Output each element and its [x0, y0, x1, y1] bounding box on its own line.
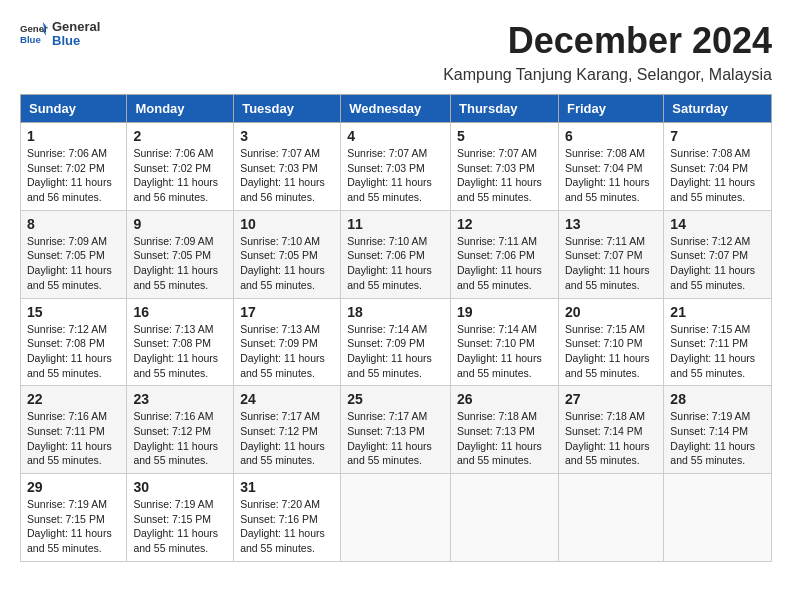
sunset-time: Sunset: 7:03 PM — [347, 162, 425, 174]
day-number: 8 — [27, 216, 120, 232]
day-info: Sunrise: 7:09 AMSunset: 7:05 PMDaylight:… — [133, 234, 227, 293]
daylight-hours: Daylight: 11 hours and 55 minutes. — [240, 440, 325, 467]
daylight-hours: Daylight: 11 hours and 56 minutes. — [240, 176, 325, 203]
day-number: 27 — [565, 391, 657, 407]
calendar-cell: 25Sunrise: 7:17 AMSunset: 7:13 PMDayligh… — [341, 386, 451, 474]
calendar-cell: 28Sunrise: 7:19 AMSunset: 7:14 PMDayligh… — [664, 386, 772, 474]
daylight-hours: Daylight: 11 hours and 55 minutes. — [347, 264, 432, 291]
logo-icon: General Blue — [20, 20, 48, 48]
sunrise-time: Sunrise: 7:18 AM — [565, 410, 645, 422]
page-header: General Blue General Blue December 2024 — [20, 20, 772, 62]
sunrise-time: Sunrise: 7:19 AM — [27, 498, 107, 510]
calendar-week-2: 8Sunrise: 7:09 AMSunset: 7:05 PMDaylight… — [21, 210, 772, 298]
daylight-hours: Daylight: 11 hours and 55 minutes. — [27, 352, 112, 379]
daylight-hours: Daylight: 11 hours and 55 minutes. — [670, 352, 755, 379]
day-number: 3 — [240, 128, 334, 144]
sunset-time: Sunset: 7:13 PM — [347, 425, 425, 437]
daylight-hours: Daylight: 11 hours and 55 minutes. — [27, 440, 112, 467]
sunrise-time: Sunrise: 7:06 AM — [27, 147, 107, 159]
daylight-hours: Daylight: 11 hours and 55 minutes. — [133, 527, 218, 554]
daylight-hours: Daylight: 11 hours and 55 minutes. — [670, 440, 755, 467]
calendar-cell: 20Sunrise: 7:15 AMSunset: 7:10 PMDayligh… — [558, 298, 663, 386]
sunrise-time: Sunrise: 7:17 AM — [240, 410, 320, 422]
daylight-hours: Daylight: 11 hours and 55 minutes. — [27, 264, 112, 291]
sunset-time: Sunset: 7:14 PM — [670, 425, 748, 437]
day-info: Sunrise: 7:10 AMSunset: 7:06 PMDaylight:… — [347, 234, 444, 293]
day-info: Sunrise: 7:12 AMSunset: 7:08 PMDaylight:… — [27, 322, 120, 381]
sunset-time: Sunset: 7:04 PM — [670, 162, 748, 174]
logo-blue: Blue — [52, 34, 100, 48]
day-number: 18 — [347, 304, 444, 320]
calendar-cell — [451, 474, 559, 562]
calendar-cell: 27Sunrise: 7:18 AMSunset: 7:14 PMDayligh… — [558, 386, 663, 474]
sunset-time: Sunset: 7:10 PM — [565, 337, 643, 349]
sunrise-time: Sunrise: 7:09 AM — [133, 235, 213, 247]
calendar-cell: 17Sunrise: 7:13 AMSunset: 7:09 PMDayligh… — [234, 298, 341, 386]
day-info: Sunrise: 7:17 AMSunset: 7:13 PMDaylight:… — [347, 409, 444, 468]
sunrise-time: Sunrise: 7:15 AM — [565, 323, 645, 335]
logo: General Blue General Blue — [20, 20, 100, 49]
calendar-cell: 5Sunrise: 7:07 AMSunset: 7:03 PMDaylight… — [451, 123, 559, 211]
sunset-time: Sunset: 7:09 PM — [240, 337, 318, 349]
sunset-time: Sunset: 7:08 PM — [133, 337, 211, 349]
day-number: 7 — [670, 128, 765, 144]
day-number: 20 — [565, 304, 657, 320]
sunrise-time: Sunrise: 7:13 AM — [240, 323, 320, 335]
sunrise-time: Sunrise: 7:07 AM — [240, 147, 320, 159]
calendar-cell: 11Sunrise: 7:10 AMSunset: 7:06 PMDayligh… — [341, 210, 451, 298]
day-info: Sunrise: 7:06 AMSunset: 7:02 PMDaylight:… — [133, 146, 227, 205]
calendar-week-1: 1Sunrise: 7:06 AMSunset: 7:02 PMDaylight… — [21, 123, 772, 211]
sunrise-time: Sunrise: 7:11 AM — [565, 235, 645, 247]
calendar-cell: 8Sunrise: 7:09 AMSunset: 7:05 PMDaylight… — [21, 210, 127, 298]
sunrise-time: Sunrise: 7:06 AM — [133, 147, 213, 159]
day-number: 26 — [457, 391, 552, 407]
sunset-time: Sunset: 7:02 PM — [27, 162, 105, 174]
calendar-week-5: 29Sunrise: 7:19 AMSunset: 7:15 PMDayligh… — [21, 474, 772, 562]
daylight-hours: Daylight: 11 hours and 56 minutes. — [27, 176, 112, 203]
logo-general: General — [52, 20, 100, 34]
sunrise-time: Sunrise: 7:12 AM — [27, 323, 107, 335]
sunset-time: Sunset: 7:05 PM — [27, 249, 105, 261]
sunrise-time: Sunrise: 7:11 AM — [457, 235, 537, 247]
sunset-time: Sunset: 7:11 PM — [27, 425, 105, 437]
sunset-time: Sunset: 7:15 PM — [133, 513, 211, 525]
sunset-time: Sunset: 7:11 PM — [670, 337, 748, 349]
calendar-cell — [341, 474, 451, 562]
calendar-header-row: SundayMondayTuesdayWednesdayThursdayFrid… — [21, 95, 772, 123]
daylight-hours: Daylight: 11 hours and 55 minutes. — [133, 352, 218, 379]
day-info: Sunrise: 7:19 AMSunset: 7:15 PMDaylight:… — [27, 497, 120, 556]
day-info: Sunrise: 7:15 AMSunset: 7:11 PMDaylight:… — [670, 322, 765, 381]
calendar-cell: 3Sunrise: 7:07 AMSunset: 7:03 PMDaylight… — [234, 123, 341, 211]
day-info: Sunrise: 7:19 AMSunset: 7:14 PMDaylight:… — [670, 409, 765, 468]
day-info: Sunrise: 7:14 AMSunset: 7:09 PMDaylight:… — [347, 322, 444, 381]
sunrise-time: Sunrise: 7:12 AM — [670, 235, 750, 247]
sunrise-time: Sunrise: 7:16 AM — [133, 410, 213, 422]
sunrise-time: Sunrise: 7:20 AM — [240, 498, 320, 510]
calendar-cell: 26Sunrise: 7:18 AMSunset: 7:13 PMDayligh… — [451, 386, 559, 474]
day-info: Sunrise: 7:07 AMSunset: 7:03 PMDaylight:… — [347, 146, 444, 205]
day-number: 4 — [347, 128, 444, 144]
calendar-cell: 21Sunrise: 7:15 AMSunset: 7:11 PMDayligh… — [664, 298, 772, 386]
daylight-hours: Daylight: 11 hours and 55 minutes. — [240, 527, 325, 554]
sunset-time: Sunset: 7:06 PM — [347, 249, 425, 261]
sunset-time: Sunset: 7:06 PM — [457, 249, 535, 261]
daylight-hours: Daylight: 11 hours and 55 minutes. — [133, 264, 218, 291]
sunset-time: Sunset: 7:12 PM — [133, 425, 211, 437]
daylight-hours: Daylight: 11 hours and 55 minutes. — [27, 527, 112, 554]
calendar-cell: 31Sunrise: 7:20 AMSunset: 7:16 PMDayligh… — [234, 474, 341, 562]
sunrise-time: Sunrise: 7:17 AM — [347, 410, 427, 422]
day-number: 28 — [670, 391, 765, 407]
sunset-time: Sunset: 7:03 PM — [457, 162, 535, 174]
sunset-time: Sunset: 7:09 PM — [347, 337, 425, 349]
calendar-cell: 14Sunrise: 7:12 AMSunset: 7:07 PMDayligh… — [664, 210, 772, 298]
sunrise-time: Sunrise: 7:07 AM — [457, 147, 537, 159]
day-number: 6 — [565, 128, 657, 144]
day-number: 5 — [457, 128, 552, 144]
daylight-hours: Daylight: 11 hours and 55 minutes. — [565, 352, 650, 379]
calendar-cell: 29Sunrise: 7:19 AMSunset: 7:15 PMDayligh… — [21, 474, 127, 562]
day-number: 15 — [27, 304, 120, 320]
calendar-cell: 2Sunrise: 7:06 AMSunset: 7:02 PMDaylight… — [127, 123, 234, 211]
calendar-cell: 12Sunrise: 7:11 AMSunset: 7:06 PMDayligh… — [451, 210, 559, 298]
daylight-hours: Daylight: 11 hours and 55 minutes. — [347, 352, 432, 379]
day-info: Sunrise: 7:19 AMSunset: 7:15 PMDaylight:… — [133, 497, 227, 556]
